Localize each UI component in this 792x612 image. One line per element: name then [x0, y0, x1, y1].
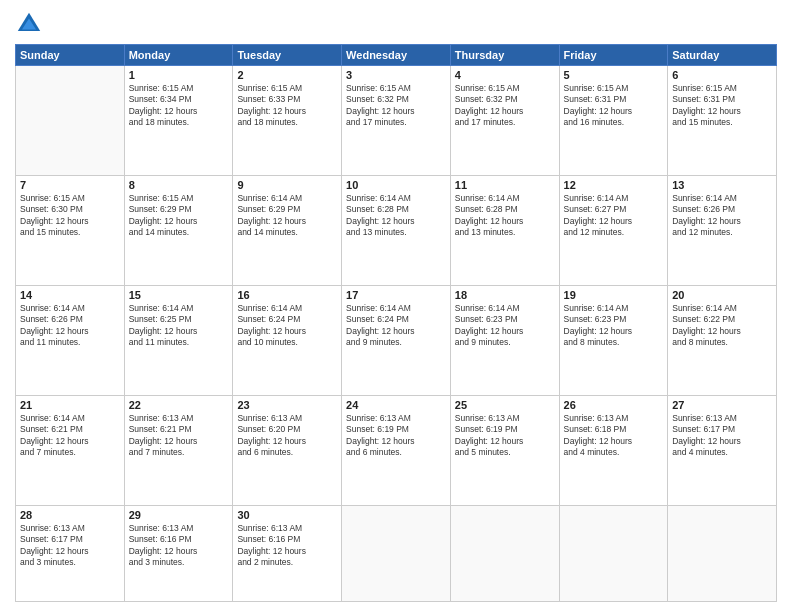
- calendar-cell: 9Sunrise: 6:14 AMSunset: 6:29 PMDaylight…: [233, 175, 342, 285]
- cell-info: Sunrise: 6:14 AMSunset: 6:27 PMDaylight:…: [564, 193, 664, 239]
- day-number: 20: [672, 289, 772, 301]
- calendar-cell: 1Sunrise: 6:15 AMSunset: 6:34 PMDaylight…: [124, 66, 233, 176]
- calendar-cell: 22Sunrise: 6:13 AMSunset: 6:21 PMDayligh…: [124, 395, 233, 505]
- day-number: 12: [564, 179, 664, 191]
- cell-info: Sunrise: 6:15 AMSunset: 6:33 PMDaylight:…: [237, 83, 337, 129]
- calendar-cell: 15Sunrise: 6:14 AMSunset: 6:25 PMDayligh…: [124, 285, 233, 395]
- calendar-row: 7Sunrise: 6:15 AMSunset: 6:30 PMDaylight…: [16, 175, 777, 285]
- day-number: 14: [20, 289, 120, 301]
- logo: [15, 10, 47, 38]
- day-number: 10: [346, 179, 446, 191]
- calendar-cell: 8Sunrise: 6:15 AMSunset: 6:29 PMDaylight…: [124, 175, 233, 285]
- cell-info: Sunrise: 6:14 AMSunset: 6:26 PMDaylight:…: [672, 193, 772, 239]
- day-number: 6: [672, 69, 772, 81]
- cell-info: Sunrise: 6:14 AMSunset: 6:21 PMDaylight:…: [20, 413, 120, 459]
- calendar-cell: 12Sunrise: 6:14 AMSunset: 6:27 PMDayligh…: [559, 175, 668, 285]
- cell-info: Sunrise: 6:15 AMSunset: 6:31 PMDaylight:…: [672, 83, 772, 129]
- calendar-cell: [668, 505, 777, 601]
- calendar-row: 1Sunrise: 6:15 AMSunset: 6:34 PMDaylight…: [16, 66, 777, 176]
- calendar-cell: 26Sunrise: 6:13 AMSunset: 6:18 PMDayligh…: [559, 395, 668, 505]
- calendar-cell: 14Sunrise: 6:14 AMSunset: 6:26 PMDayligh…: [16, 285, 125, 395]
- day-number: 26: [564, 399, 664, 411]
- cell-info: Sunrise: 6:15 AMSunset: 6:32 PMDaylight:…: [346, 83, 446, 129]
- day-number: 9: [237, 179, 337, 191]
- cell-info: Sunrise: 6:15 AMSunset: 6:31 PMDaylight:…: [564, 83, 664, 129]
- day-number: 13: [672, 179, 772, 191]
- calendar-cell: 28Sunrise: 6:13 AMSunset: 6:17 PMDayligh…: [16, 505, 125, 601]
- day-number: 21: [20, 399, 120, 411]
- day-number: 18: [455, 289, 555, 301]
- cell-info: Sunrise: 6:14 AMSunset: 6:24 PMDaylight:…: [237, 303, 337, 349]
- cell-info: Sunrise: 6:15 AMSunset: 6:32 PMDaylight:…: [455, 83, 555, 129]
- day-number: 23: [237, 399, 337, 411]
- day-number: 19: [564, 289, 664, 301]
- day-number: 22: [129, 399, 229, 411]
- day-number: 7: [20, 179, 120, 191]
- calendar-cell: 27Sunrise: 6:13 AMSunset: 6:17 PMDayligh…: [668, 395, 777, 505]
- logo-icon: [15, 10, 43, 38]
- weekday-header: Saturday: [668, 45, 777, 66]
- cell-info: Sunrise: 6:15 AMSunset: 6:29 PMDaylight:…: [129, 193, 229, 239]
- calendar-table: SundayMondayTuesdayWednesdayThursdayFrid…: [15, 44, 777, 602]
- weekday-header: Wednesday: [342, 45, 451, 66]
- header: [15, 10, 777, 38]
- cell-info: Sunrise: 6:13 AMSunset: 6:21 PMDaylight:…: [129, 413, 229, 459]
- cell-info: Sunrise: 6:13 AMSunset: 6:16 PMDaylight:…: [237, 523, 337, 569]
- cell-info: Sunrise: 6:14 AMSunset: 6:28 PMDaylight:…: [455, 193, 555, 239]
- day-number: 1: [129, 69, 229, 81]
- day-number: 17: [346, 289, 446, 301]
- calendar-cell: 29Sunrise: 6:13 AMSunset: 6:16 PMDayligh…: [124, 505, 233, 601]
- day-number: 8: [129, 179, 229, 191]
- cell-info: Sunrise: 6:13 AMSunset: 6:19 PMDaylight:…: [455, 413, 555, 459]
- cell-info: Sunrise: 6:13 AMSunset: 6:18 PMDaylight:…: [564, 413, 664, 459]
- cell-info: Sunrise: 6:13 AMSunset: 6:19 PMDaylight:…: [346, 413, 446, 459]
- day-number: 29: [129, 509, 229, 521]
- calendar-cell: 16Sunrise: 6:14 AMSunset: 6:24 PMDayligh…: [233, 285, 342, 395]
- cell-info: Sunrise: 6:13 AMSunset: 6:17 PMDaylight:…: [20, 523, 120, 569]
- calendar-cell: [16, 66, 125, 176]
- calendar-cell: 21Sunrise: 6:14 AMSunset: 6:21 PMDayligh…: [16, 395, 125, 505]
- cell-info: Sunrise: 6:14 AMSunset: 6:28 PMDaylight:…: [346, 193, 446, 239]
- calendar-cell: [559, 505, 668, 601]
- calendar-cell: 24Sunrise: 6:13 AMSunset: 6:19 PMDayligh…: [342, 395, 451, 505]
- day-number: 4: [455, 69, 555, 81]
- weekday-header: Tuesday: [233, 45, 342, 66]
- calendar-cell: 3Sunrise: 6:15 AMSunset: 6:32 PMDaylight…: [342, 66, 451, 176]
- calendar-cell: 30Sunrise: 6:13 AMSunset: 6:16 PMDayligh…: [233, 505, 342, 601]
- cell-info: Sunrise: 6:15 AMSunset: 6:30 PMDaylight:…: [20, 193, 120, 239]
- calendar-row: 28Sunrise: 6:13 AMSunset: 6:17 PMDayligh…: [16, 505, 777, 601]
- day-number: 11: [455, 179, 555, 191]
- calendar-row: 21Sunrise: 6:14 AMSunset: 6:21 PMDayligh…: [16, 395, 777, 505]
- cell-info: Sunrise: 6:14 AMSunset: 6:23 PMDaylight:…: [455, 303, 555, 349]
- weekday-header: Friday: [559, 45, 668, 66]
- calendar-cell: 5Sunrise: 6:15 AMSunset: 6:31 PMDaylight…: [559, 66, 668, 176]
- calendar-cell: 13Sunrise: 6:14 AMSunset: 6:26 PMDayligh…: [668, 175, 777, 285]
- calendar-cell: 18Sunrise: 6:14 AMSunset: 6:23 PMDayligh…: [450, 285, 559, 395]
- calendar-cell: 23Sunrise: 6:13 AMSunset: 6:20 PMDayligh…: [233, 395, 342, 505]
- calendar-cell: 6Sunrise: 6:15 AMSunset: 6:31 PMDaylight…: [668, 66, 777, 176]
- calendar-cell: 2Sunrise: 6:15 AMSunset: 6:33 PMDaylight…: [233, 66, 342, 176]
- cell-info: Sunrise: 6:15 AMSunset: 6:34 PMDaylight:…: [129, 83, 229, 129]
- cell-info: Sunrise: 6:14 AMSunset: 6:29 PMDaylight:…: [237, 193, 337, 239]
- day-number: 28: [20, 509, 120, 521]
- weekday-header: Monday: [124, 45, 233, 66]
- cell-info: Sunrise: 6:14 AMSunset: 6:23 PMDaylight:…: [564, 303, 664, 349]
- cell-info: Sunrise: 6:14 AMSunset: 6:22 PMDaylight:…: [672, 303, 772, 349]
- day-number: 2: [237, 69, 337, 81]
- day-number: 30: [237, 509, 337, 521]
- cell-info: Sunrise: 6:14 AMSunset: 6:25 PMDaylight:…: [129, 303, 229, 349]
- day-number: 27: [672, 399, 772, 411]
- calendar-row: 14Sunrise: 6:14 AMSunset: 6:26 PMDayligh…: [16, 285, 777, 395]
- weekday-header: Sunday: [16, 45, 125, 66]
- calendar-cell: [342, 505, 451, 601]
- day-number: 16: [237, 289, 337, 301]
- page: SundayMondayTuesdayWednesdayThursdayFrid…: [0, 0, 792, 612]
- calendar-cell: 20Sunrise: 6:14 AMSunset: 6:22 PMDayligh…: [668, 285, 777, 395]
- day-number: 5: [564, 69, 664, 81]
- calendar-cell: 7Sunrise: 6:15 AMSunset: 6:30 PMDaylight…: [16, 175, 125, 285]
- calendar-cell: [450, 505, 559, 601]
- cell-info: Sunrise: 6:13 AMSunset: 6:17 PMDaylight:…: [672, 413, 772, 459]
- calendar-cell: 17Sunrise: 6:14 AMSunset: 6:24 PMDayligh…: [342, 285, 451, 395]
- cell-info: Sunrise: 6:14 AMSunset: 6:26 PMDaylight:…: [20, 303, 120, 349]
- calendar-cell: 10Sunrise: 6:14 AMSunset: 6:28 PMDayligh…: [342, 175, 451, 285]
